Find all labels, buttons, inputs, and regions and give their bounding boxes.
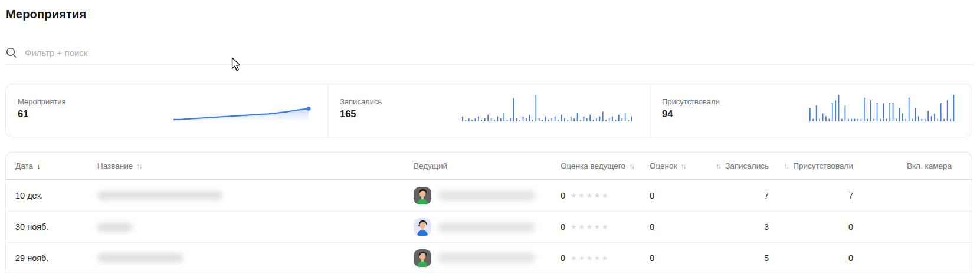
attended-count: 0: [848, 222, 853, 232]
column-label: Записались: [725, 161, 769, 170]
event-date: 10 дек.: [15, 191, 97, 200]
host-name-redacted: [438, 222, 535, 232]
column-label: Название: [97, 161, 133, 170]
column-header-attended[interactable]: ↑↓ Присутствовали: [769, 161, 853, 170]
stat-attended: Присутствовали 94: [650, 84, 972, 137]
event-title-redacted: [97, 191, 414, 200]
event-row[interactable]: 29 нояб. 0 ★★★★★ 0 5 0: [6, 242, 972, 273]
column-label: Дата: [15, 161, 33, 170]
rating-stars-icon: ★★★★★: [571, 254, 609, 262]
attended-count: 0: [848, 253, 853, 263]
column-header-camera: Вкл. камера: [853, 161, 952, 170]
host-avatar: [414, 218, 431, 236]
host-rating-cell: 0 ★★★★★: [561, 222, 650, 232]
column-header-signed-up[interactable]: ↑↓ Записались: [719, 161, 769, 170]
table-header-row: Дата ↓ Название ↑↓ Ведущий Оценка ведуще…: [6, 153, 972, 180]
ratings-count: 0: [650, 253, 719, 263]
page-title: Мероприятия: [6, 8, 86, 21]
column-header-ratings-count[interactable]: Оценок ↑↓: [650, 161, 719, 170]
sort-both-icon: ↑↓: [716, 162, 720, 170]
sort-both-icon: ↑↓: [629, 162, 634, 170]
host-cell: [414, 187, 561, 204]
host-cell: [414, 218, 561, 236]
host-rating-value: 0: [561, 191, 565, 200]
sort-both-icon: ↑↓: [784, 162, 788, 170]
event-date: 30 нояб.: [15, 222, 97, 232]
column-label: Ведущий: [414, 161, 447, 170]
column-label: Оценка ведущего: [561, 161, 625, 170]
ratings-count: 0: [650, 191, 719, 200]
host-rating-cell: 0 ★★★★★: [561, 253, 650, 263]
search-bar[interactable]: [5, 45, 974, 65]
column-header-host-rating[interactable]: Оценка ведущего ↑↓: [561, 161, 650, 170]
signed-up-count: 5: [764, 253, 769, 263]
sort-desc-icon: ↓: [37, 161, 41, 170]
stat-events: Мероприятия 61: [6, 84, 327, 137]
column-header-date[interactable]: Дата ↓: [15, 161, 97, 170]
stat-signed-up: Записались 165: [327, 84, 650, 137]
signed-up-count: 3: [764, 222, 769, 232]
event-date: 29 нояб.: [15, 253, 97, 263]
stats-panel: Мероприятия 61 Записались 165 Присутство…: [5, 84, 972, 137]
host-rating-cell: 0 ★★★★★: [561, 191, 650, 200]
event-row[interactable]: 10 дек. 0 ★★★★★ 0 7 7: [6, 180, 972, 211]
rating-stars-icon: ★★★★★: [571, 223, 609, 231]
sort-both-icon: ↑↓: [680, 162, 685, 170]
host-avatar: [414, 187, 431, 204]
column-header-host: Ведущий: [414, 161, 561, 170]
search-input[interactable]: [25, 48, 974, 58]
event-row[interactable]: 30 нояб. 0 ★★★★★ 0 3 0: [6, 211, 972, 242]
headset-mic: [418, 225, 420, 227]
rating-stars-icon: ★★★★★: [571, 192, 609, 200]
attended-count: 7: [848, 191, 853, 200]
host-cell: [414, 249, 561, 267]
events-table: Дата ↓ Название ↑↓ Ведущий Оценка ведуще…: [5, 152, 972, 273]
column-label: Присутствовали: [793, 161, 853, 170]
host-avatar: [414, 249, 431, 267]
column-label: Вкл. камера: [907, 161, 952, 170]
attendance-bar-chart: [809, 94, 956, 121]
host-rating-value: 0: [561, 253, 565, 263]
host-name-redacted: [438, 190, 535, 200]
host-rating-value: 0: [561, 222, 565, 232]
event-title-redacted: [97, 253, 414, 262]
search-icon: [6, 47, 17, 58]
host-name-redacted: [438, 253, 535, 263]
mouse-cursor: [231, 57, 241, 71]
event-title-redacted: [97, 223, 414, 232]
signups-bar-chart: [462, 94, 634, 121]
sort-both-icon: ↑↓: [136, 162, 141, 170]
ratings-count: 0: [650, 222, 719, 232]
signed-up-count: 7: [764, 191, 769, 200]
events-line-chart: [172, 94, 312, 121]
column-label: Оценок: [650, 161, 677, 170]
column-header-title[interactable]: Название ↑↓: [97, 161, 414, 170]
events-page: Мероприятия Мероприятия 61 Записались 16…: [0, 0, 980, 274]
